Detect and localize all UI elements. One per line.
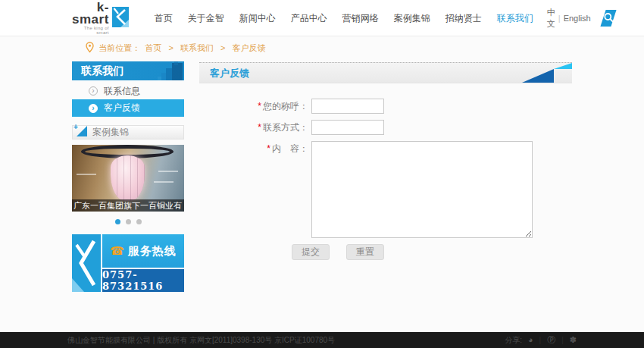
- breadcrumb-separator: >: [166, 43, 176, 52]
- submit-button[interactable]: 提交: [292, 244, 330, 260]
- nav-item-products[interactable]: 产品中心: [283, 0, 335, 36]
- lang-english[interactable]: English: [564, 14, 591, 23]
- case-caption: 广东一百集团旗下一百铜业有: [72, 199, 184, 212]
- breadcrumb-separator: >: [218, 43, 228, 52]
- nav-item-careers[interactable]: 招纳贤士: [438, 0, 489, 36]
- share-separator: |: [561, 336, 564, 344]
- cases-section-title: 案例集锦: [92, 127, 129, 137]
- form-row-message: * 内 容：: [254, 141, 572, 238]
- feedback-form: * 您的称呼： * 联系方式： * 内 容：: [199, 83, 572, 260]
- share-bar: 分享: ◕ | Ⓟ | ✽: [505, 335, 577, 346]
- hotline-label: 服务热线: [128, 244, 177, 259]
- shelf-shape: [154, 181, 174, 183]
- chevron-right-icon: ›: [89, 86, 98, 96]
- nav-item-news[interactable]: 新闻中心: [232, 0, 283, 36]
- nav-item-home[interactable]: 首页: [147, 0, 180, 36]
- k-logo-icon: [112, 7, 129, 30]
- main-content: 客户反馈 * 您的称呼： * 联系方式：: [199, 59, 572, 260]
- nav-item-about[interactable]: 关于金智: [180, 0, 232, 36]
- carousel-dot-2[interactable]: [126, 219, 131, 224]
- share-label: 分享:: [505, 335, 522, 346]
- logo[interactable]: k-smart The king of smart: [72, 2, 129, 35]
- carousel-dot-3[interactable]: [136, 219, 142, 224]
- logo-name: k-smart: [72, 2, 109, 26]
- sidebar: 联系我们 › 联系信息 › 客户反馈: [72, 59, 184, 292]
- form-row-name: * 您的称呼：: [254, 99, 572, 114]
- service-hotline-banner[interactable]: ☎ 服务热线 0757-87321516: [72, 234, 184, 292]
- share-separator: |: [539, 336, 542, 344]
- weibo-share-icon[interactable]: ◕: [528, 336, 533, 344]
- nav-item-contact[interactable]: 联系我们: [489, 0, 541, 36]
- required-mark: *: [267, 141, 270, 156]
- main-nav: 首页 关于金智 新闻中心 产品中心 营销网络 案例集锦 招纳贤士 联系我们: [147, 0, 541, 36]
- breadcrumb-contact[interactable]: 联系我们: [180, 42, 214, 54]
- name-field[interactable]: [311, 99, 384, 114]
- required-mark: *: [258, 99, 261, 114]
- breadcrumb-home[interactable]: 首页: [145, 42, 161, 54]
- mosaic-decoration: [149, 61, 184, 80]
- case-showcase-image[interactable]: 广东一百集团旗下一百铜业有: [72, 145, 184, 212]
- logo-text: k-smart The king of smart: [72, 2, 109, 35]
- hotline-label-row: ☎ 服务热线: [102, 234, 184, 268]
- lang-chinese[interactable]: 中文: [547, 7, 555, 30]
- breadcrumb-feedback: 客户反馈: [232, 42, 265, 54]
- carousel-dots: [72, 219, 184, 224]
- cases-section-header: + 案例集锦: [72, 125, 184, 140]
- name-field-label: * 您的称呼：: [254, 99, 308, 114]
- hotline-phone-number: 0757-87321516: [102, 269, 184, 292]
- reset-button[interactable]: 重置: [346, 244, 384, 260]
- sidebar-item-label: 联系信息: [104, 85, 140, 98]
- top-bar: k-smart The king of smart 首页 关于金智 新闻中心 产…: [0, 0, 644, 36]
- shelf-shape: [158, 171, 178, 172]
- chevron-right-icon: ›: [89, 104, 98, 113]
- sidebar-item-label: 客户反馈: [104, 102, 140, 114]
- hotline-right: ☎ 服务热线 0757-87321516: [102, 234, 184, 292]
- copyright-text: 佛山金智节能膜有限公司 | 版权所有 京网文[2011]0398-130号 京I…: [67, 335, 335, 346]
- page-title: 客户反馈: [199, 63, 572, 83]
- sidebar-title-label: 联系我们: [81, 64, 123, 77]
- plus-corner-icon: +: [73, 123, 87, 140]
- sidebar-menu: › 联系信息 › 客户反馈: [72, 83, 184, 117]
- nav-item-marketing[interactable]: 营销网络: [335, 0, 386, 36]
- required-mark: *: [258, 120, 261, 135]
- form-buttons: 提交 重置: [292, 244, 572, 260]
- footer: 佛山金智节能膜有限公司 | 版权所有 京网文[2011]0398-130号 京I…: [0, 332, 644, 348]
- telephone-icon: ☎: [110, 244, 125, 258]
- form-row-contact: * 联系方式：: [254, 120, 572, 135]
- search-button[interactable]: [600, 10, 616, 27]
- nav-item-cases[interactable]: 案例集锦: [386, 0, 438, 36]
- message-field[interactable]: [311, 141, 533, 238]
- k-logo-icon: [72, 234, 101, 292]
- search-icon: [601, 12, 616, 25]
- sidebar-item-contact-info[interactable]: › 联系信息: [72, 83, 184, 99]
- breadcrumb-prefix: 当前位置：: [98, 42, 140, 54]
- sidebar-item-feedback[interactable]: › 客户反馈: [72, 99, 184, 117]
- carousel-dot-1[interactable]: [115, 219, 120, 224]
- content-header: 客户反馈: [199, 62, 572, 83]
- message-field-label: * 内 容：: [254, 141, 308, 156]
- contact-field[interactable]: [311, 120, 384, 135]
- lamp-column-shape: [111, 155, 145, 201]
- flower-share-icon[interactable]: ✽: [570, 336, 577, 344]
- contact-field-label: * 联系方式：: [254, 120, 308, 135]
- breadcrumb: 当前位置： 首页 > 联系我们 > 客户反馈: [72, 36, 572, 59]
- corner-triangles-decoration: [517, 63, 572, 83]
- shelf-shape: [77, 174, 96, 175]
- sidebar-title: 联系我们: [72, 61, 184, 80]
- lang-separator: |: [558, 14, 561, 23]
- svg-text:+: +: [73, 123, 78, 131]
- p-badge-share-icon[interactable]: Ⓟ: [547, 336, 555, 344]
- language-switch: 中文 | English: [547, 7, 591, 30]
